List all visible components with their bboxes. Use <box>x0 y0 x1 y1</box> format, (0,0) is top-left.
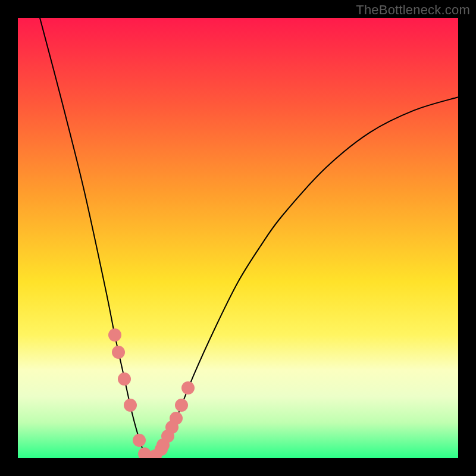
highlight-marker <box>124 399 137 412</box>
highlight-marker <box>118 372 131 386</box>
chart-frame: TheBottleneck.com <box>0 0 476 476</box>
plot-area <box>18 18 458 458</box>
highlight-marker <box>181 381 195 394</box>
highlight-marker <box>170 412 183 425</box>
curve-layer <box>18 18 458 458</box>
highlight-marker <box>112 346 125 359</box>
highlight-marker <box>175 399 188 412</box>
highlight-marker <box>133 434 146 447</box>
highlight-marker <box>108 328 121 342</box>
watermark-text: TheBottleneck.com <box>356 2 470 18</box>
bottleneck-curve <box>40 18 458 458</box>
